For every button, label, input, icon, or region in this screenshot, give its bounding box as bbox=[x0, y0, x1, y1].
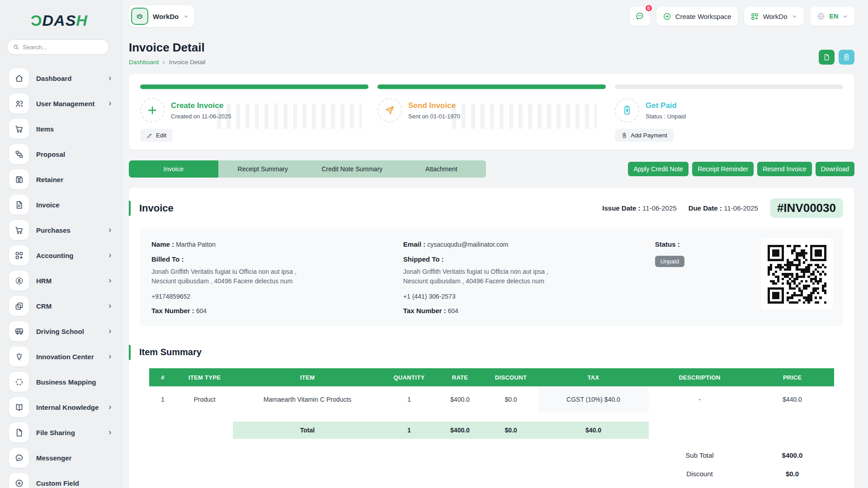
copy-icon bbox=[9, 296, 29, 316]
breadcrumb-dashboard-link[interactable]: Dashboard bbox=[129, 59, 159, 66]
copy-link-button[interactable] bbox=[839, 50, 854, 65]
breadcrumb-current: Invoice Detail bbox=[169, 59, 206, 66]
create-workspace-button[interactable]: Create Workspace bbox=[656, 7, 738, 26]
sidebar-item-retainer[interactable]: Retainer bbox=[9, 169, 113, 189]
clipboard-dollar-icon bbox=[621, 132, 627, 139]
billed-tax-number: Tax Number : 604 bbox=[151, 307, 403, 314]
cart-icon bbox=[9, 119, 29, 139]
shipped-to-block: Email : cysacuqudu@mailinator.com Shippe… bbox=[403, 240, 655, 314]
sidebar-item-messenger[interactable]: Messenger bbox=[9, 448, 113, 468]
cart-icon bbox=[9, 220, 29, 240]
invoice-card: Invoice Issue Date : 11-06-2025 Due Date… bbox=[129, 188, 854, 488]
notification-count-badge: 0 bbox=[645, 4, 653, 12]
home-icon bbox=[9, 68, 29, 88]
edit-invoice-button[interactable]: Edit bbox=[140, 129, 173, 142]
sidebar-item-items[interactable]: Items bbox=[9, 119, 113, 139]
table-total-row: Total 1 $400.0 $0.0 $40.0 bbox=[149, 422, 834, 439]
clipboard-dollar-icon bbox=[615, 98, 639, 122]
clipboard-icon bbox=[843, 53, 850, 61]
download-button[interactable]: Download bbox=[816, 162, 854, 176]
sidebar-item-file-sharing[interactable]: File Sharing bbox=[9, 422, 113, 442]
progress-bar-send bbox=[377, 84, 606, 89]
sidebar-item-crm[interactable]: CRM bbox=[9, 296, 113, 316]
sidebar-item-accounting[interactable]: Accounting bbox=[9, 245, 113, 265]
file-text-icon bbox=[9, 195, 29, 215]
chevron-down-icon bbox=[183, 14, 189, 19]
progress-bar-create bbox=[140, 84, 368, 89]
language-selector[interactable]: EN bbox=[810, 7, 854, 26]
search-icon bbox=[13, 43, 19, 51]
due-date: Due Date : 11-06-2025 bbox=[689, 204, 758, 212]
plus-icon bbox=[140, 98, 165, 122]
table-header-row: # ITEM TYPE ITEM QUANTITY RATE DISCOUNT … bbox=[149, 368, 834, 386]
sidebar-item-innovation-center[interactable]: Innovation Center bbox=[9, 347, 113, 366]
sidebar-search[interactable] bbox=[7, 39, 109, 55]
sidebar-item-internal-knowledge[interactable]: Internal Knowledge bbox=[9, 397, 113, 417]
chevron-right-icon bbox=[107, 430, 113, 436]
chevron-right-icon bbox=[107, 253, 113, 258]
sidebar-item-dashboard[interactable]: Dashboard bbox=[9, 68, 113, 88]
customer-name: Martha Patton bbox=[176, 241, 216, 248]
item-summary-table: # ITEM TYPE ITEM QUANTITY RATE DISCOUNT … bbox=[149, 368, 834, 439]
tab-credit-note-summary[interactable]: Credit Note Summary bbox=[307, 160, 397, 178]
pencil-icon bbox=[146, 132, 153, 139]
sidebar-item-proposal[interactable]: Proposal bbox=[9, 144, 113, 164]
file-icon bbox=[9, 422, 29, 442]
subtotal-row: Sub Total $400.0 bbox=[649, 446, 834, 465]
book-icon bbox=[9, 397, 29, 417]
sidebar-item-business-mapping[interactable]: Business Mapping bbox=[9, 372, 113, 392]
topbar-right: 0 Create Workspace WorkDo EN bbox=[629, 7, 854, 26]
users-icon bbox=[9, 94, 29, 113]
sidebar-item-invoice[interactable]: Invoice bbox=[9, 195, 113, 215]
apply-credit-note-button[interactable]: Apply Credit Note bbox=[628, 162, 689, 176]
invoice-section-header: Invoice Issue Date : 11-06-2025 Due Date… bbox=[129, 198, 854, 218]
sidebar-item-purchases[interactable]: Purchases bbox=[9, 220, 113, 240]
shipped-phone: +1 (441) 306-2573 bbox=[403, 293, 655, 300]
tab-receipt-summary[interactable]: Receipt Summary bbox=[218, 160, 308, 178]
page-quick-actions bbox=[819, 50, 854, 65]
billed-to-block: Name : Martha Patton Billed To : Jonah G… bbox=[151, 240, 403, 314]
apps-menu-button[interactable]: WorkDo bbox=[744, 7, 804, 26]
add-payment-button[interactable]: Add Payment bbox=[615, 129, 674, 142]
dashed-circle-icon bbox=[9, 372, 29, 392]
resend-invoice-button[interactable]: Resend Invoice bbox=[757, 162, 812, 176]
section-accent bbox=[129, 345, 131, 360]
cgst-row: CGST $40.0 bbox=[649, 483, 834, 488]
chevron-right-icon bbox=[107, 278, 113, 284]
file-icon bbox=[823, 53, 830, 61]
workspace-icon bbox=[131, 8, 148, 25]
invoice-section-title: Invoice bbox=[139, 202, 174, 214]
sidebar-item-driving-school[interactable]: Driving School bbox=[9, 321, 113, 341]
sidebar-item-custom-field[interactable]: Custom Field bbox=[9, 473, 113, 488]
search-input[interactable] bbox=[23, 44, 103, 51]
sidebar-menu: Dashboard User Management Items Proposal… bbox=[0, 68, 123, 488]
grid-plus-icon bbox=[9, 245, 29, 265]
step-get-paid: Get Paid Status : Unpaid Add Payment bbox=[615, 84, 843, 144]
globe-icon bbox=[816, 12, 826, 21]
item-summary-title: Item Summary bbox=[139, 347, 202, 357]
chevron-right-icon bbox=[107, 328, 113, 334]
receipt-reminder-button[interactable]: Receipt Reminder bbox=[692, 162, 754, 176]
billed-address: Jonah Griffith Veritatis fugiat iu Offic… bbox=[151, 267, 403, 286]
sidebar-item-hrm[interactable]: HRM bbox=[9, 271, 113, 291]
chevron-down-icon bbox=[792, 14, 797, 19]
tab-attachment[interactable]: Attachment bbox=[397, 160, 486, 178]
status-badge: Unpaid bbox=[655, 256, 684, 267]
notifications-button[interactable]: 0 bbox=[629, 7, 650, 26]
chevron-right-icon bbox=[107, 404, 113, 410]
tab-invoice[interactable]: Invoice bbox=[129, 160, 218, 178]
duplicate-invoice-button[interactable] bbox=[819, 50, 835, 65]
chevron-right-icon bbox=[107, 101, 113, 107]
chat-notification-icon bbox=[635, 11, 645, 21]
shipped-tax-number: Tax Number : 604 bbox=[403, 307, 655, 314]
customer-email: cysacuqudu@mailinator.com bbox=[427, 241, 508, 248]
discount-row: Discount $0.0 bbox=[649, 465, 834, 483]
workspace-selector[interactable]: WorkDo bbox=[129, 5, 194, 27]
section-accent bbox=[129, 201, 131, 216]
topbar: WorkDo 0 Create Workspace WorkDo EN bbox=[129, 5, 854, 27]
chevron-right-icon bbox=[107, 75, 113, 81]
app-logo[interactable]: ƆDASH bbox=[31, 12, 123, 29]
invoice-tabs: Invoice Receipt Summary Credit Note Summ… bbox=[129, 160, 486, 178]
sidebar-item-user-management[interactable]: User Management bbox=[9, 94, 113, 113]
bulb-icon bbox=[9, 347, 29, 366]
